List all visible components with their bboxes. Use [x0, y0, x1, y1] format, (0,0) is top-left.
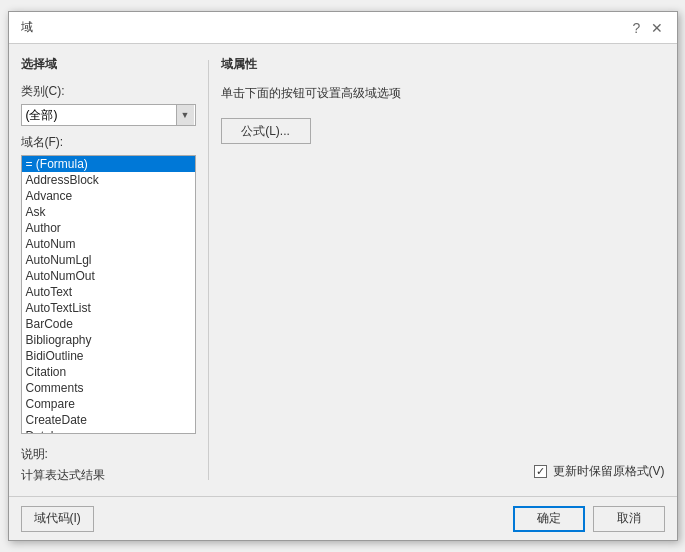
description-text: 计算表达式结果	[21, 467, 196, 484]
list-item[interactable]: CreateDate	[22, 412, 195, 428]
formula-button[interactable]: 公式(L)...	[221, 118, 311, 144]
fields-group: 域名(F): = (Formula)AddressBlockAdvanceAsk…	[21, 134, 196, 434]
left-panel: 选择域 类别(C): (全部) ▼ 域名(F): = (Formula)Addr…	[21, 56, 196, 484]
cancel-button[interactable]: 取消	[593, 506, 665, 532]
dialog-footer: 域代码(I) 确定 取消	[9, 496, 677, 540]
list-item[interactable]: AutoNumOut	[22, 268, 195, 284]
list-item[interactable]: AutoTextList	[22, 300, 195, 316]
list-item[interactable]: Citation	[22, 364, 195, 380]
list-item[interactable]: = (Formula)	[22, 156, 195, 172]
right-section-title: 域属性	[221, 56, 665, 73]
title-bar-controls: ? ✕	[629, 20, 665, 36]
preserve-format-row: ✓ 更新时保留原格式(V)	[221, 463, 665, 480]
ok-button[interactable]: 确定	[513, 506, 585, 532]
list-item[interactable]: AutoText	[22, 284, 195, 300]
dialog-body: 选择域 类别(C): (全部) ▼ 域名(F): = (Formula)Addr…	[9, 44, 677, 496]
preserve-format-label: 更新时保留原格式(V)	[553, 463, 665, 480]
list-item[interactable]: BarCode	[22, 316, 195, 332]
fields-label: 域名(F):	[21, 134, 196, 151]
title-bar: 域 ? ✕	[9, 12, 677, 44]
help-button[interactable]: ?	[629, 20, 645, 36]
preserve-format-checkbox[interactable]: ✓	[534, 465, 547, 478]
close-button[interactable]: ✕	[649, 20, 665, 36]
list-item[interactable]: Advance	[22, 188, 195, 204]
right-panel: 域属性 单击下面的按钮可设置高级域选项 公式(L)... ✓ 更新时保留原格式(…	[221, 56, 665, 484]
dialog-window: 域 ? ✕ 选择域 类别(C): (全部) ▼ 域名(F):	[8, 11, 678, 541]
list-item[interactable]: AddressBlock	[22, 172, 195, 188]
list-item[interactable]: Ask	[22, 204, 195, 220]
list-item[interactable]: Bibliography	[22, 332, 195, 348]
list-item[interactable]: Comments	[22, 380, 195, 396]
list-item[interactable]: BidiOutline	[22, 348, 195, 364]
footer-right: 确定 取消	[513, 506, 665, 532]
field-code-button[interactable]: 域代码(I)	[21, 506, 94, 532]
category-label: 类别(C):	[21, 83, 196, 100]
list-item[interactable]: AutoNum	[22, 236, 195, 252]
left-section-title: 选择域	[21, 56, 196, 73]
list-item[interactable]: AutoNumLgl	[22, 252, 195, 268]
dialog-title: 域	[21, 19, 33, 36]
description-area: 说明: 计算表达式结果	[21, 446, 196, 484]
right-spacer	[221, 152, 665, 455]
right-desc: 单击下面的按钮可设置高级域选项	[221, 85, 665, 102]
list-item[interactable]: Compare	[22, 396, 195, 412]
fields-list-container: = (Formula)AddressBlockAdvanceAskAuthorA…	[21, 155, 196, 434]
footer-left: 域代码(I)	[21, 506, 94, 532]
panel-divider	[208, 60, 209, 480]
list-item[interactable]: Database	[22, 428, 195, 433]
category-group: 类别(C): (全部) ▼	[21, 83, 196, 126]
fields-list[interactable]: = (Formula)AddressBlockAdvanceAskAuthorA…	[22, 156, 195, 433]
category-select[interactable]: (全部)	[21, 104, 196, 126]
list-item[interactable]: Author	[22, 220, 195, 236]
category-select-wrapper: (全部) ▼	[21, 104, 196, 126]
description-title: 说明:	[21, 446, 196, 463]
